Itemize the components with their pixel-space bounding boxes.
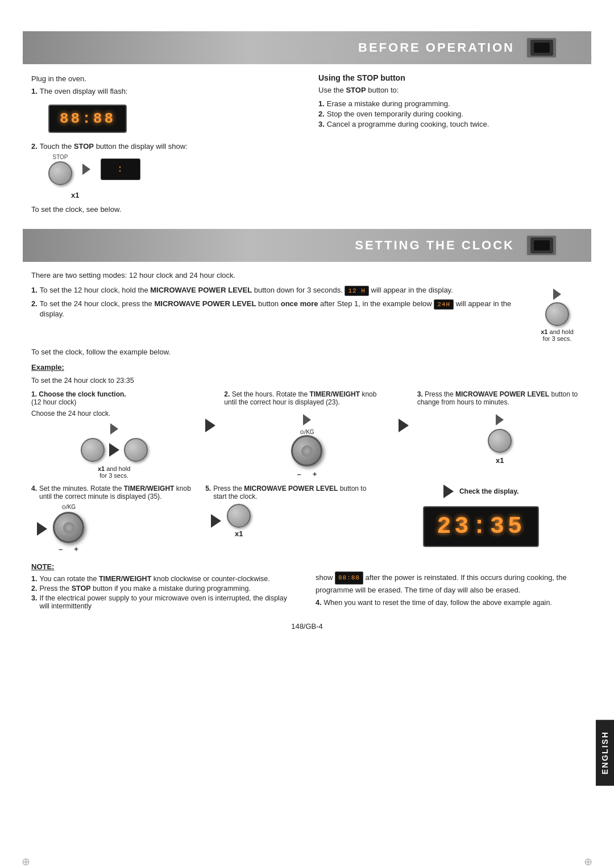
before-op-right: Using the STOP button Use the STOP butto… xyxy=(318,73,583,215)
step2-text: Touch the STOP button the display will s… xyxy=(40,142,188,151)
example-desc: To set the 24 hour clock to 23:35 xyxy=(31,375,583,386)
example-col-1: 1. Choose the clock function. (12 hour c… xyxy=(31,390,197,479)
example-step4: 4. Set the minutes. Rotate the TIMER/WEI… xyxy=(31,485,194,553)
x1-col3: x1 xyxy=(496,456,504,465)
clock-step2: 2. To set the 24 hour clock, press the M… xyxy=(31,299,520,318)
note-left: NOTE: 1. You can rotate the TIMER/WEIGHT… xyxy=(31,561,298,612)
clock-intro: There are two setting modes: 12 hour clo… xyxy=(31,270,583,281)
step1-text: The oven display will flash: xyxy=(40,87,128,95)
8888-note: 88:88 xyxy=(335,571,363,585)
btn-col1 xyxy=(81,438,105,462)
ex-step1-header: 1. Choose the clock function. xyxy=(31,390,126,398)
example-header: Example: xyxy=(31,362,583,373)
stop-section-heading: Using the STOP button xyxy=(318,73,583,82)
right-indicator: x1 and holdfor 3 secs. xyxy=(532,286,583,342)
stop-button-circle[interactable] xyxy=(48,161,72,185)
stop-item-2: 2. Stop the oven temporarily during cook… xyxy=(318,110,583,118)
x1-hold-label: x1 and holdfor 3 secs. xyxy=(541,328,574,342)
24h-display: 24H xyxy=(434,299,454,310)
step1-num: 1. xyxy=(31,87,38,95)
btn-col1b xyxy=(124,438,148,462)
power-level-button-indicator xyxy=(545,302,569,326)
clock-step1: 1. To set the 12 hour clock, hold the MI… xyxy=(31,286,520,296)
final-led-display: 23:35 xyxy=(423,506,539,547)
reg-mark-bl: ⊕ xyxy=(22,856,30,868)
x1-label-1: x1 xyxy=(71,191,79,199)
arrow-check xyxy=(443,485,454,498)
x1-step5: x1 xyxy=(235,529,243,538)
check-display-section: Check the display. 23:35 xyxy=(379,485,583,552)
stop-label: STOP xyxy=(52,154,68,160)
12h-display: 12 H xyxy=(345,286,368,296)
plug-in-text: Plug in the oven. xyxy=(31,73,296,85)
clock-follow-text: To set the clock, follow the example bel… xyxy=(31,347,583,358)
plus-minus-col2: –+ xyxy=(297,470,317,478)
knob-col2 xyxy=(291,435,322,466)
microwave-icon-1 xyxy=(526,37,557,59)
arrow-col1 xyxy=(109,443,119,457)
english-tab: ENGLISH xyxy=(596,720,614,786)
triangle-indicator xyxy=(553,289,561,300)
setting-clock-title: SETTING THE CLOCK xyxy=(355,238,515,253)
microwave-icon-2 xyxy=(526,235,557,256)
note-header: NOTE: xyxy=(31,561,298,573)
black-rect-display: : xyxy=(101,158,140,180)
plus-minus-step4: –+ xyxy=(59,545,78,553)
example-col-2: 2. Set the hours. Rotate the TIMER/WEIGH… xyxy=(224,390,389,478)
arrow-step4-in xyxy=(37,522,47,536)
stop-bold-2: STOP xyxy=(346,86,366,94)
stop-item-1: 1. Erase a mistake during programming. xyxy=(318,99,583,108)
tri-1 xyxy=(110,423,118,435)
stop-section-intro: Use the STOP button to: xyxy=(318,85,583,96)
example-col-3: 3. Press the MICROWAVE POWER LEVEL butto… xyxy=(417,390,583,465)
reg-mark-br: ⊕ xyxy=(584,856,592,868)
clock-note: To set the clock, see below. xyxy=(31,204,296,215)
before-op-left: Plug in the oven. 1. The oven display wi… xyxy=(31,73,296,215)
stop-item-3: 3. Cancel a programme during cooking, to… xyxy=(318,120,583,128)
page-number: 148/GB-4 xyxy=(31,622,583,631)
x1-hold-ex: x1 and holdfor 3 secs. xyxy=(98,465,131,479)
note-right: show 88:88 after the power is reinstated… xyxy=(316,561,583,612)
before-operation-banner: BEFORE OPERATION xyxy=(23,31,591,64)
okg-step4: ⊙/KG xyxy=(61,504,76,510)
stop-bold-1: STOP xyxy=(74,142,94,151)
btn-step5 xyxy=(227,504,251,528)
arrow-step5-in xyxy=(211,514,221,528)
example-section: Example: To set the 24 hour clock to 23:… xyxy=(31,362,583,553)
arrow-between-2-3 xyxy=(399,390,409,432)
step2-num: 2. xyxy=(31,142,38,151)
knob-step4 xyxy=(53,512,84,543)
before-operation-title: BEFORE OPERATION xyxy=(358,40,515,55)
tri-3 xyxy=(496,414,504,425)
okg-col2: ⊙/KG xyxy=(291,429,322,466)
led-display-flash: 88:88 xyxy=(48,105,127,133)
tri-2 xyxy=(303,414,311,425)
btn-col3 xyxy=(488,429,512,453)
setting-clock-banner: SETTING THE CLOCK xyxy=(23,229,591,262)
example-step5: 5. Press the MICROWAVE POWER LEVEL butto… xyxy=(205,485,368,538)
check-display-label: Check the display. xyxy=(459,487,518,495)
arrow-1 xyxy=(82,164,90,175)
arrow-between-1-2 xyxy=(205,390,215,432)
